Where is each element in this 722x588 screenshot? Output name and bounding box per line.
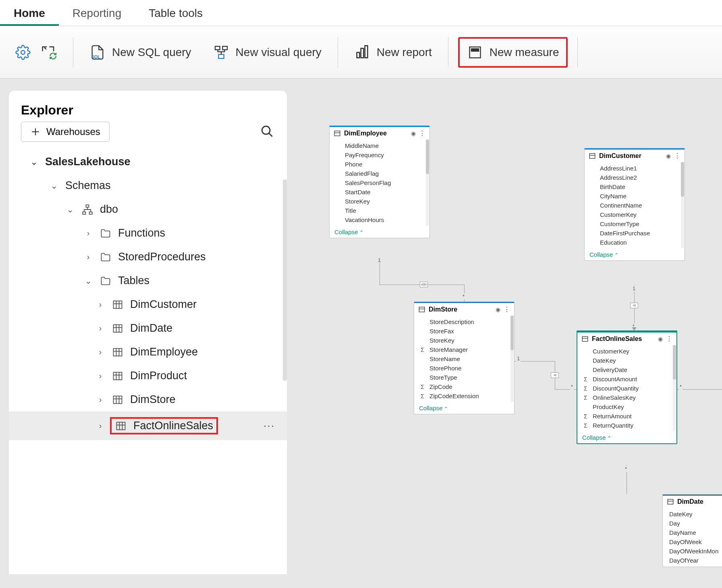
column: CustomerKey xyxy=(585,210,685,219)
tree-node-dimstore[interactable]: › DimStore xyxy=(9,388,287,411)
svg-rect-20 xyxy=(83,212,85,214)
entity-title: DimStore xyxy=(429,306,492,313)
entity-menu-button[interactable]: ⋮ xyxy=(504,305,510,313)
column: CityName xyxy=(585,191,685,201)
table-icon xyxy=(334,130,341,137)
entity-factonlinesales[interactable]: FactOnlineSales ◉ ⋮ CustomerKey DateKey … xyxy=(577,330,677,444)
sql-file-icon: SQL xyxy=(89,44,106,60)
tree-node-storedprocedures[interactable]: › StoredProcedures xyxy=(9,245,287,269)
chevron-right-icon: › xyxy=(95,395,105,404)
column: SalariedFlag xyxy=(330,169,429,178)
column: ΣDiscountAmount xyxy=(577,374,676,384)
tree-node-factonlinesales[interactable]: › FactOnlineSales ··· xyxy=(9,411,287,440)
column: StoreType xyxy=(414,373,514,382)
column: AddressLine2 xyxy=(585,173,685,182)
visual-query-icon xyxy=(213,44,229,60)
collapse-button[interactable]: Collapse xyxy=(577,432,676,443)
tab-table-tools[interactable]: Table tools xyxy=(135,0,216,26)
entity-menu-button[interactable]: ⋮ xyxy=(666,335,672,343)
chevron-right-icon: › xyxy=(83,252,93,262)
tree-node-dimdate[interactable]: › DimDate xyxy=(9,316,287,340)
column: ΣOnlineSalesKey xyxy=(577,393,676,402)
entity-dimstore[interactable]: DimStore ◉ ⋮ StoreDescription StoreFax S… xyxy=(414,301,515,414)
tree-node-saleslakehouse[interactable]: ⌄ SalesLakehouse xyxy=(9,150,287,174)
entity-menu-button[interactable]: ⋮ xyxy=(674,152,681,160)
table-icon xyxy=(581,335,589,343)
separator xyxy=(338,37,338,67)
svg-rect-19 xyxy=(86,205,89,207)
visibility-icon[interactable]: ◉ xyxy=(666,153,671,159)
tree-node-schemas[interactable]: ⌄ Schemas xyxy=(9,174,287,197)
entity-dimdate[interactable]: DimDate DateKey Day DayName DayOfWeek Da… xyxy=(662,494,722,567)
column: DayOfWeek xyxy=(663,537,722,546)
gear-icon xyxy=(15,44,31,60)
refresh-button[interactable] xyxy=(36,41,62,64)
chart-icon xyxy=(354,44,370,60)
svg-rect-42 xyxy=(117,422,125,430)
new-report-button[interactable]: New report xyxy=(349,41,437,64)
column: Title xyxy=(330,206,429,215)
tab-reporting[interactable]: Reporting xyxy=(59,0,135,26)
search-button[interactable] xyxy=(260,125,275,139)
scrollbar[interactable] xyxy=(673,345,676,431)
column: StoreFax xyxy=(414,326,514,336)
visibility-icon[interactable]: ◉ xyxy=(658,336,663,342)
tree-label: StoredProcedures xyxy=(118,251,206,263)
tab-home[interactable]: Home xyxy=(0,0,59,26)
entity-dimcustomer[interactable]: DimCustomer ◉ ⋮ AddressLine1 AddressLine… xyxy=(584,148,685,261)
scrollbar[interactable] xyxy=(681,162,684,248)
svg-rect-46 xyxy=(334,131,340,136)
column: ΣReturnAmount xyxy=(577,411,676,421)
column: MiddleName xyxy=(330,141,429,150)
new-sql-query-button[interactable]: SQL New SQL query xyxy=(85,41,196,64)
tree-label: DimEmployee xyxy=(130,346,198,358)
chevron-down-icon: ⌄ xyxy=(65,205,75,214)
table-icon xyxy=(667,498,674,505)
tree-node-dimproduct[interactable]: › DimProduct xyxy=(9,364,287,388)
column: DeliveryDate xyxy=(577,365,676,374)
column: CustomerType xyxy=(585,219,685,229)
tree-node-dimemployee[interactable]: › DimEmployee xyxy=(9,340,287,364)
visibility-icon[interactable]: ◉ xyxy=(411,130,416,137)
scrollbar[interactable] xyxy=(283,179,287,381)
refresh-icon xyxy=(41,44,57,60)
relationship-icon[interactable]: ⊲ xyxy=(551,372,559,378)
entity-menu-button[interactable]: ⋮ xyxy=(419,129,425,137)
search-icon xyxy=(260,125,274,138)
column: BirthDate xyxy=(585,182,685,191)
tree-label: Tables xyxy=(118,274,149,287)
new-visual-query-button[interactable]: New visual query xyxy=(208,41,326,64)
tree-node-dbo[interactable]: ⌄ dbo xyxy=(9,197,287,221)
more-options-button[interactable]: ··· xyxy=(263,420,275,432)
column: Education xyxy=(585,238,685,247)
entity-title: DimDate xyxy=(677,498,722,505)
connector xyxy=(380,260,380,285)
tree-node-functions[interactable]: › Functions xyxy=(9,221,287,245)
collapse-button[interactable]: Collapse xyxy=(330,226,429,238)
model-canvas[interactable]: DimEmployee ◉ ⋮ MiddleName PayFrequency … xyxy=(287,79,722,588)
entity-columns: MiddleName PayFrequency Phone SalariedFl… xyxy=(330,139,429,226)
folder-icon xyxy=(100,227,112,239)
visibility-icon[interactable]: ◉ xyxy=(496,306,500,313)
cardinality-one: 1 xyxy=(632,285,636,291)
svg-rect-2 xyxy=(222,46,227,50)
relationship-icon[interactable]: ⊲ xyxy=(630,303,638,308)
settings-button[interactable] xyxy=(10,41,36,64)
warehouses-button[interactable]: Warehouses xyxy=(21,122,110,142)
tree-node-tables[interactable]: ⌄ Tables xyxy=(9,269,287,293)
svg-rect-22 xyxy=(114,301,122,308)
scrollbar[interactable] xyxy=(426,139,429,226)
collapse-button[interactable]: Collapse xyxy=(414,402,514,414)
tree-label: DimProduct xyxy=(130,370,187,382)
entity-dimemployee[interactable]: DimEmployee ◉ ⋮ MiddleName PayFrequency … xyxy=(329,125,430,238)
table-icon xyxy=(115,420,127,432)
relationship-icon[interactable]: ⊲⊳ xyxy=(420,282,428,287)
entity-columns: AddressLine1 AddressLine2 BirthDate City… xyxy=(585,162,685,249)
chevron-right-icon: › xyxy=(95,300,105,309)
column: StoreKey xyxy=(330,197,429,206)
svg-rect-50 xyxy=(419,307,425,312)
tree-node-dimcustomer[interactable]: › DimCustomer xyxy=(9,293,287,316)
collapse-button[interactable]: Collapse xyxy=(585,249,685,260)
new-measure-button[interactable]: New measure xyxy=(458,37,568,68)
scrollbar[interactable] xyxy=(510,316,514,402)
